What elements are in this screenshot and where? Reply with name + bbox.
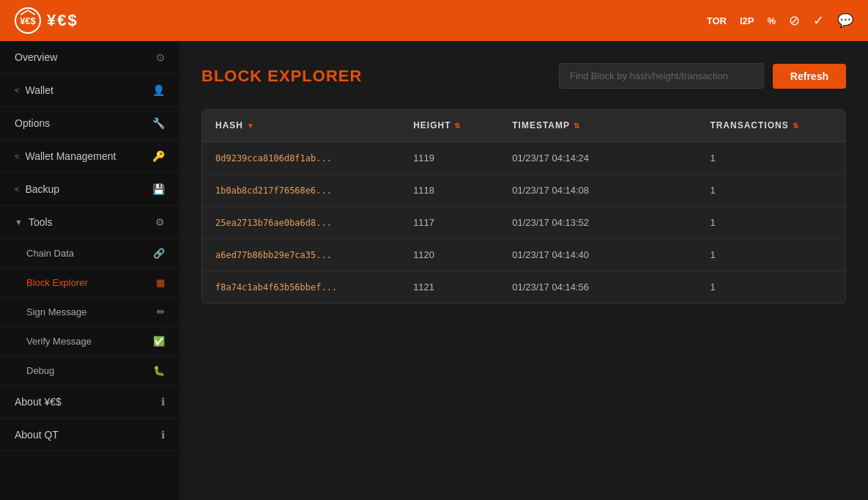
key-icon: 🔑 xyxy=(152,150,165,162)
col-transactions[interactable]: TRANSACTIONS ⇅ xyxy=(697,110,845,141)
cell-height: 1119 xyxy=(400,142,499,174)
sidebar-sub-item-block-explorer[interactable]: Block Explorer ▦ xyxy=(0,268,179,298)
cell-hash: a6ed77b86bb29e7ca35... xyxy=(202,239,400,271)
wrench-icon: 🔧 xyxy=(152,117,165,129)
info-qt-icon: ℹ xyxy=(161,429,165,441)
sidebar-sub-item-verify-message[interactable]: Verify Message ✅ xyxy=(0,327,179,356)
sidebar-item-label: About QT xyxy=(15,429,59,441)
topbar: ¥€$ ¥€$ TOR I2P % ⊘ ✓ 💬 xyxy=(0,0,868,41)
sort-timestamp-icon: ⇅ xyxy=(574,122,580,130)
no-icon[interactable]: ⊘ xyxy=(789,12,800,29)
bug-icon: 🐛 xyxy=(153,365,165,376)
sidebar-item-wallet[interactable]: < Wallet 👤 xyxy=(0,74,179,107)
cell-transactions: 1 xyxy=(697,239,845,271)
cell-hash: 1b0ab8cd217f76568e6... xyxy=(202,174,400,206)
chevron-down-icon: ▼ xyxy=(15,218,23,227)
sidebar-item-label: Tools xyxy=(29,216,53,228)
main-layout: Overview ⊙ < Wallet 👤 Options 🔧 xyxy=(0,41,868,500)
cell-timestamp: 01/23/17 04:14:24 xyxy=(499,142,697,174)
topbar-right: TOR I2P % ⊘ ✓ 💬 xyxy=(707,12,853,29)
chat-icon[interactable]: 💬 xyxy=(837,12,853,29)
chevron-left-icon: < xyxy=(15,152,19,161)
sort-height-icon: ⇅ xyxy=(454,122,461,130)
table-header: HASH ▼ HEIGHT ⇅ TIMESTAMP ⇅ TRANSACTIONS… xyxy=(202,110,845,142)
sidebar-sub-item-sign-message[interactable]: Sign Message ✏ xyxy=(0,298,179,327)
percent-label[interactable]: % xyxy=(767,15,776,26)
table-row[interactable]: 1b0ab8cd217f76568e6... 1118 01/23/17 04:… xyxy=(202,174,845,207)
sidebar-item-label: Options xyxy=(15,117,50,129)
content: BLOCK EXPLORER Refresh HASH ▼ HEIGHT ⇅ T… xyxy=(179,41,868,500)
cell-transactions: 1 xyxy=(697,271,845,303)
sidebar-item-tools[interactable]: ▼ Tools ⚙ xyxy=(0,206,179,239)
cell-height: 1121 xyxy=(400,271,499,303)
cell-transactions: 1 xyxy=(697,142,845,174)
chevron-left-icon: < xyxy=(15,185,19,194)
sidebar-item-label: Backup xyxy=(25,183,59,195)
sort-tx-icon: ⇅ xyxy=(793,122,799,130)
logo: ¥€$ ¥€$ xyxy=(15,7,78,34)
sidebar-item-label: About ¥€$ xyxy=(15,396,62,408)
sidebar-item-about-qt[interactable]: About QT ℹ xyxy=(0,419,179,452)
tor-label[interactable]: TOR xyxy=(707,15,727,26)
check-icon[interactable]: ✓ xyxy=(813,12,824,29)
table-row[interactable]: f8a74c1ab4f63b56bbef... 1121 01/23/17 04… xyxy=(202,271,845,303)
cell-hash: f8a74c1ab4f63b56bbef... xyxy=(202,271,400,303)
circle-icon: ⊙ xyxy=(156,51,165,63)
block-table: HASH ▼ HEIGHT ⇅ TIMESTAMP ⇅ TRANSACTIONS… xyxy=(201,109,846,304)
chevron-left-icon: < xyxy=(15,86,19,95)
i2p-label[interactable]: I2P xyxy=(740,15,754,26)
cell-timestamp: 01/23/17 04:14:08 xyxy=(499,174,697,206)
person-icon: 👤 xyxy=(152,84,165,96)
table-row[interactable]: 25ea2713b76ae0ba6d8... 1117 01/23/17 04:… xyxy=(202,207,845,239)
col-hash[interactable]: HASH ▼ xyxy=(202,110,400,141)
link-icon: 🔗 xyxy=(153,248,165,259)
col-timestamp-label: TIMESTAMP xyxy=(512,120,570,130)
cell-hash: 0d9239cca8106d8f1ab... xyxy=(202,142,400,174)
col-height-label: HEIGHT xyxy=(413,120,450,130)
logo-icon: ¥€$ xyxy=(15,7,41,34)
sidebar-item-backup[interactable]: < Backup 💾 xyxy=(0,173,179,206)
tools-icon: ⚙ xyxy=(155,216,165,228)
sidebar-item-label: Wallet xyxy=(25,84,53,96)
sidebar-item-label: Wallet Management xyxy=(25,150,116,162)
pencil-icon: ✏ xyxy=(157,306,165,317)
sidebar-sub-item-label: Block Explorer xyxy=(26,277,88,288)
sidebar-sub-item-label: Chain Data xyxy=(26,248,74,259)
sidebar-sub-item-debug[interactable]: Debug 🐛 xyxy=(0,356,179,386)
explorer-controls: Refresh xyxy=(559,63,846,89)
logo-text: ¥€$ xyxy=(47,11,78,30)
sidebar-item-wallet-management[interactable]: < Wallet Management 🔑 xyxy=(0,140,179,173)
cell-timestamp: 01/23/17 04:14:40 xyxy=(499,239,697,271)
sidebar-item-options[interactable]: Options 🔧 xyxy=(0,107,179,140)
sidebar-sub-item-chain-data[interactable]: Chain Data 🔗 xyxy=(0,239,179,268)
cell-height: 1120 xyxy=(400,239,499,271)
cell-height: 1117 xyxy=(400,207,499,238)
col-transactions-label: TRANSACTIONS xyxy=(710,120,788,130)
cell-timestamp: 01/23/17 04:13:52 xyxy=(499,207,697,238)
cell-hash: 25ea2713b76ae0ba6d8... xyxy=(202,207,400,238)
page-title: BLOCK EXPLORER xyxy=(201,67,362,86)
refresh-button[interactable]: Refresh xyxy=(773,64,846,89)
sidebar-item-overview[interactable]: Overview ⊙ xyxy=(0,41,179,74)
sidebar-sub-item-label: Debug xyxy=(26,365,54,376)
explorer-header: BLOCK EXPLORER Refresh xyxy=(201,63,846,89)
search-input[interactable] xyxy=(559,63,764,89)
sidebar-item-label: Overview xyxy=(15,51,57,63)
sidebar-item-about-yes[interactable]: About ¥€$ ℹ xyxy=(0,386,179,419)
sidebar: Overview ⊙ < Wallet 👤 Options 🔧 xyxy=(0,41,179,500)
table-row[interactable]: 0d9239cca8106d8f1ab... 1119 01/23/17 04:… xyxy=(202,142,845,174)
cell-transactions: 1 xyxy=(697,174,845,206)
info-icon: ℹ xyxy=(161,396,165,408)
col-timestamp[interactable]: TIMESTAMP ⇅ xyxy=(499,110,697,141)
cell-timestamp: 01/23/17 04:14:56 xyxy=(499,271,697,303)
sidebar-sub-item-label: Sign Message xyxy=(26,306,86,317)
table-body: 0d9239cca8106d8f1ab... 1119 01/23/17 04:… xyxy=(202,142,845,303)
sort-hash-icon: ▼ xyxy=(247,122,255,130)
save-icon: 💾 xyxy=(152,183,165,195)
check-square-icon: ✅ xyxy=(153,336,165,347)
table-row[interactable]: a6ed77b86bb29e7ca35... 1120 01/23/17 04:… xyxy=(202,239,845,271)
col-hash-label: HASH xyxy=(215,120,243,130)
col-height[interactable]: HEIGHT ⇅ xyxy=(400,110,499,141)
cell-height: 1118 xyxy=(400,174,499,206)
grid-icon: ▦ xyxy=(156,277,165,288)
